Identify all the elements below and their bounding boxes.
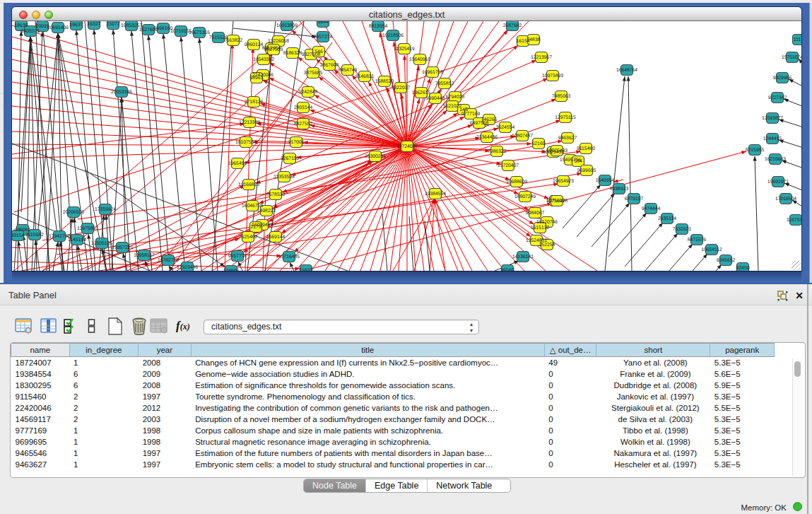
svg-text:2173: 2173 <box>250 225 261 230</box>
svg-text:6794028: 6794028 <box>446 95 465 100</box>
svg-text:13975867: 13975867 <box>77 226 98 231</box>
svg-text:7955812: 7955812 <box>435 81 454 86</box>
svg-text:16107554: 16107554 <box>235 140 257 145</box>
svg-text:746266: 746266 <box>481 117 498 122</box>
svg-text:917006: 917006 <box>288 140 305 145</box>
svg-text:1117: 1117 <box>794 37 801 42</box>
svg-text:1244415: 1244415 <box>763 136 782 141</box>
svg-text:6879197: 6879197 <box>625 197 644 201</box>
svg-text:19384554: 19384554 <box>425 192 446 197</box>
svg-text:12505135: 12505135 <box>91 241 112 246</box>
svg-text:12093877: 12093877 <box>762 116 783 121</box>
svg-text:16327: 16327 <box>88 22 101 27</box>
svg-text:15720407: 15720407 <box>498 163 519 168</box>
svg-text:9860124: 9860124 <box>245 42 264 47</box>
svg-text:15640910: 15640910 <box>409 57 430 62</box>
svg-text:16671355: 16671355 <box>189 30 210 35</box>
svg-text:9463627: 9463627 <box>558 136 577 141</box>
svg-text:20206576: 20206576 <box>63 210 84 215</box>
svg-text:20691406: 20691406 <box>47 25 69 30</box>
svg-text:1615132: 1615132 <box>531 226 550 230</box>
svg-text:17957225: 17957225 <box>112 245 133 250</box>
svg-text:9777169: 9777169 <box>461 112 481 117</box>
svg-text:9699695: 9699695 <box>577 168 596 173</box>
svg-text:13226058: 13226058 <box>268 39 289 44</box>
svg-text:18807249: 18807249 <box>514 194 536 199</box>
svg-text:15716485: 15716485 <box>278 255 300 259</box>
svg-text:16961758: 16961758 <box>422 70 443 75</box>
svg-text:11353594: 11353594 <box>273 175 295 180</box>
svg-text:3267110: 3267110 <box>281 156 299 161</box>
svg-text:18635: 18635 <box>15 23 28 28</box>
svg-text:16648764: 16648764 <box>616 68 637 73</box>
svg-text:12923446: 12923446 <box>177 265 198 270</box>
svg-text:10688609: 10688609 <box>506 180 527 185</box>
svg-text:17359924: 17359924 <box>95 207 116 212</box>
svg-text:16782759: 16782759 <box>158 258 179 263</box>
svg-text:9242848: 9242848 <box>299 90 318 95</box>
svg-text:1965498: 1965498 <box>228 161 247 166</box>
svg-text:7625402: 7625402 <box>239 235 258 240</box>
svg-text:1167532: 1167532 <box>787 218 801 223</box>
svg-text:14136141: 14136141 <box>512 255 534 259</box>
svg-text:15692971: 15692971 <box>767 180 789 185</box>
svg-text:10973493: 10973493 <box>542 74 563 78</box>
svg-text:3875685: 3875685 <box>304 71 323 76</box>
svg-text:62160: 62160 <box>532 141 546 146</box>
svg-text:17016504: 17016504 <box>775 197 796 201</box>
svg-text:8215955: 8215955 <box>746 148 765 153</box>
svg-text:9657771: 9657771 <box>228 254 247 259</box>
svg-text:1362615: 1362615 <box>412 90 431 95</box>
svg-text:9227342: 9227342 <box>768 95 787 100</box>
svg-text:11631: 11631 <box>300 268 313 271</box>
svg-text:12975115: 12975115 <box>555 115 576 120</box>
svg-text:8186328: 8186328 <box>283 51 302 56</box>
svg-text:18724007: 18724007 <box>396 144 418 149</box>
svg-text:12213967: 12213967 <box>531 55 552 60</box>
svg-text:8427552: 8427552 <box>294 122 313 127</box>
svg-text:1405571: 1405571 <box>21 29 40 34</box>
svg-text:252254: 252254 <box>539 243 555 247</box>
svg-text:9990448: 9990448 <box>426 96 445 101</box>
svg-text:7357274: 7357274 <box>314 35 333 40</box>
svg-text:10807487: 10807487 <box>512 134 533 139</box>
svg-text:21364436: 21364436 <box>476 135 498 140</box>
svg-text:2687682: 2687682 <box>503 23 522 28</box>
svg-text:20053346: 20053346 <box>111 90 132 95</box>
svg-text:9474444: 9474444 <box>642 206 661 211</box>
svg-text:8454749: 8454749 <box>339 68 358 73</box>
svg-text:74838: 74838 <box>527 37 541 42</box>
svg-text:1145194: 1145194 <box>68 238 86 243</box>
svg-text:1115682: 1115682 <box>25 233 44 238</box>
svg-text:18637: 18637 <box>70 23 83 28</box>
svg-text:8471676: 8471676 <box>688 238 707 243</box>
svg-text:546: 546 <box>314 49 323 54</box>
svg-text:11325419: 11325419 <box>394 47 415 52</box>
svg-text:1588520: 1588520 <box>375 79 394 84</box>
svg-text:10025433: 10025433 <box>546 148 567 153</box>
svg-text:10958117: 10958117 <box>134 253 155 258</box>
svg-text:16046758: 16046758 <box>242 204 263 209</box>
svg-text:935061: 935061 <box>15 228 31 233</box>
svg-text:1498222: 1498222 <box>257 209 276 214</box>
svg-text:7485063: 7485063 <box>552 94 571 99</box>
svg-text:17942737: 17942737 <box>49 234 70 239</box>
svg-text:9146821: 9146821 <box>355 74 375 79</box>
svg-text:10654112: 10654112 <box>701 247 722 252</box>
svg-text:19166825: 19166825 <box>238 182 259 187</box>
svg-text:5322037: 5322037 <box>392 86 411 90</box>
svg-text:9827503: 9827503 <box>264 47 283 52</box>
svg-text:98961: 98961 <box>250 76 264 81</box>
svg-text:1669144: 1669144 <box>266 235 286 240</box>
svg-text:92450: 92450 <box>736 266 750 271</box>
svg-text:10756928: 10756928 <box>546 199 567 204</box>
svg-text:25300285: 25300285 <box>365 154 386 159</box>
svg-text:93154: 93154 <box>12 233 25 238</box>
svg-text:1640954: 1640954 <box>596 178 615 183</box>
svg-text:7663822: 7663822 <box>224 38 243 43</box>
svg-text:16120746: 16120746 <box>536 220 558 225</box>
svg-text:16053809: 16053809 <box>276 23 298 28</box>
svg-text:16543382: 16543382 <box>253 57 274 62</box>
svg-text:9329966: 9329966 <box>773 76 792 81</box>
svg-text:8938923: 8938923 <box>610 187 629 192</box>
